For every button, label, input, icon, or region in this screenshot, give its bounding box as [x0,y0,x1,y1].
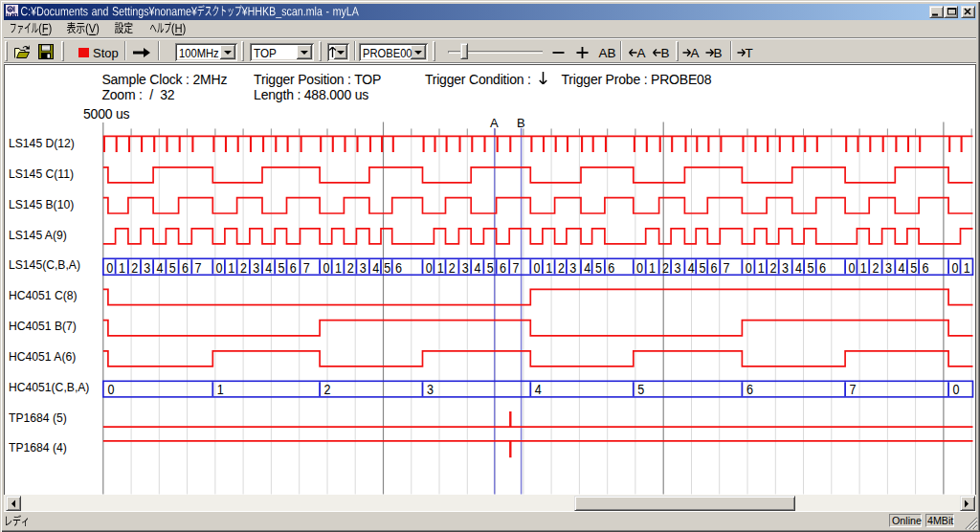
svg-text:3: 3 [782,260,789,276]
svg-text:1: 1 [758,260,765,276]
svg-text:5: 5 [278,260,285,276]
svg-text:0: 0 [636,260,643,276]
svg-text:4: 4 [535,382,542,397]
svg-text:1: 1 [546,260,552,276]
svg-text:3: 3 [360,260,367,276]
svg-text:2: 2 [769,260,776,276]
svg-text:4: 4 [584,260,590,276]
svg-text:0: 0 [106,260,113,276]
svg-text:1: 1 [437,260,444,276]
svg-text:0: 0 [848,260,855,276]
svg-text:0: 0 [534,260,541,276]
svg-text:0: 0 [216,260,223,276]
svg-text:6: 6 [608,260,614,276]
svg-text:2: 2 [449,260,456,276]
svg-text:7: 7 [850,382,857,397]
svg-text:1: 1 [649,260,656,276]
svg-text:2: 2 [324,382,331,397]
svg-text:1: 1 [119,260,125,276]
svg-text:4: 4 [795,260,802,276]
svg-text:6: 6 [395,260,402,276]
svg-text:1: 1 [335,260,342,276]
svg-text:0: 0 [426,260,433,276]
svg-text:6: 6 [711,260,718,276]
svg-text:3: 3 [144,260,150,276]
svg-text:1: 1 [217,382,224,397]
svg-text:3: 3 [427,382,434,397]
svg-text:3: 3 [462,260,469,276]
svg-text:7: 7 [724,260,730,276]
svg-text:6: 6 [922,260,928,276]
svg-text:5: 5 [169,260,176,276]
svg-text:4: 4 [899,260,905,276]
svg-text:4: 4 [265,260,272,276]
svg-text:4: 4 [688,260,695,276]
svg-text:5: 5 [595,260,602,276]
svg-text:0: 0 [107,382,114,397]
svg-text:4: 4 [156,260,163,276]
svg-text:3: 3 [569,260,576,276]
svg-text:1: 1 [860,260,867,276]
svg-text:5: 5 [487,260,494,276]
svg-text:1: 1 [228,260,234,276]
svg-text:5: 5 [807,260,813,276]
svg-text:7: 7 [303,260,310,276]
svg-text:3: 3 [885,260,892,276]
svg-text:1: 1 [964,260,970,276]
svg-text:0: 0 [951,260,958,276]
svg-text:0: 0 [323,260,329,276]
svg-text:4: 4 [475,260,481,276]
svg-text:5: 5 [637,382,644,397]
svg-text:2: 2 [873,260,880,276]
svg-text:7: 7 [195,260,202,276]
svg-text:2: 2 [558,260,565,276]
svg-text:6: 6 [182,260,189,276]
svg-text:6: 6 [819,260,826,276]
svg-text:5: 5 [700,260,706,276]
svg-text:7: 7 [513,260,520,276]
svg-text:6: 6 [290,260,297,276]
svg-text:0: 0 [746,260,752,276]
svg-text:6: 6 [500,260,506,276]
svg-text:4: 4 [372,260,379,276]
svg-text:6: 6 [746,382,753,397]
svg-text:0: 0 [953,382,960,397]
svg-text:5: 5 [384,260,390,276]
svg-text:5: 5 [910,260,917,276]
svg-text:2: 2 [131,260,138,276]
svg-text:2: 2 [347,260,354,276]
svg-text:3: 3 [253,260,259,276]
svg-text:2: 2 [240,260,247,276]
svg-text:3: 3 [674,260,680,276]
svg-text:2: 2 [662,260,669,276]
